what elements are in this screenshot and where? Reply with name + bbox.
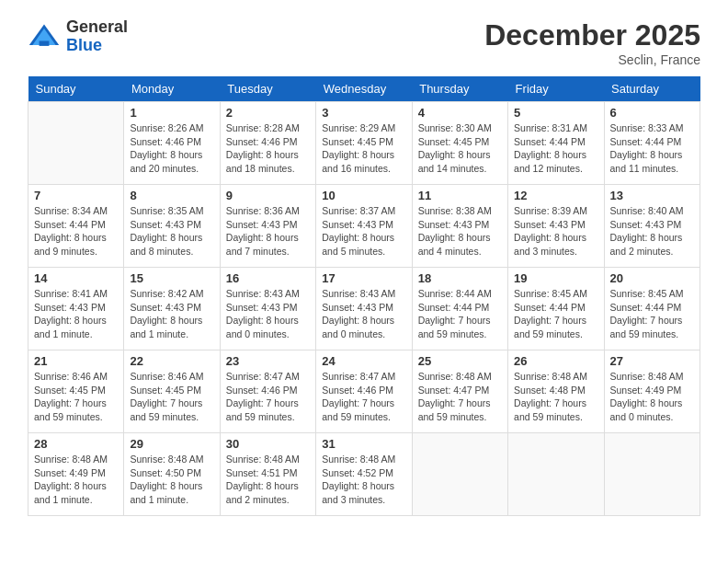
- calendar-cell: 22Sunrise: 8:46 AMSunset: 4:45 PMDayligh…: [124, 350, 220, 433]
- calendar-cell: 10Sunrise: 8:37 AMSunset: 4:43 PMDayligh…: [316, 185, 412, 268]
- calendar-cell: 4Sunrise: 8:30 AMSunset: 4:45 PMDaylight…: [412, 102, 507, 185]
- day-info: Sunrise: 8:41 AMSunset: 4:43 PMDaylight:…: [34, 287, 118, 341]
- day-number: 8: [130, 189, 213, 202]
- calendar-week-5: 28Sunrise: 8:48 AMSunset: 4:49 PMDayligh…: [28, 433, 700, 516]
- day-number: 20: [610, 271, 694, 285]
- logo-general: General: [66, 18, 128, 37]
- day-info: Sunrise: 8:48 AMSunset: 4:49 PMDaylight:…: [34, 453, 118, 507]
- day-number: 28: [34, 437, 118, 451]
- day-number: 14: [34, 271, 118, 285]
- weekday-header-saturday: Saturday: [604, 76, 700, 102]
- calendar-cell: 14Sunrise: 8:41 AMSunset: 4:43 PMDayligh…: [28, 268, 124, 350]
- weekday-header-row: SundayMondayTuesdayWednesdayThursdayFrid…: [28, 76, 700, 102]
- day-number: 2: [226, 106, 310, 120]
- title-block: December 2025 Seclin, France: [484, 18, 700, 67]
- calendar-cell: 29Sunrise: 8:48 AMSunset: 4:50 PMDayligh…: [124, 433, 220, 516]
- calendar-cell: 8Sunrise: 8:35 AMSunset: 4:43 PMDaylight…: [124, 185, 220, 268]
- day-info: Sunrise: 8:47 AMSunset: 4:46 PMDaylight:…: [226, 370, 310, 424]
- day-info: Sunrise: 8:46 AMSunset: 4:45 PMDaylight:…: [130, 370, 213, 424]
- day-number: 21: [34, 354, 118, 368]
- day-info: Sunrise: 8:38 AMSunset: 4:43 PMDaylight:…: [418, 204, 502, 259]
- day-number: 13: [610, 189, 694, 202]
- weekday-header-monday: Monday: [124, 76, 220, 102]
- calendar-cell: 15Sunrise: 8:42 AMSunset: 4:43 PMDayligh…: [124, 268, 220, 350]
- calendar-cell: 3Sunrise: 8:29 AMSunset: 4:45 PMDaylight…: [316, 102, 412, 185]
- day-info: Sunrise: 8:34 AMSunset: 4:44 PMDaylight:…: [34, 204, 118, 259]
- logo-icon: [28, 20, 61, 53]
- calendar-week-2: 7Sunrise: 8:34 AMSunset: 4:44 PMDaylight…: [28, 185, 700, 268]
- calendar-cell: 23Sunrise: 8:47 AMSunset: 4:46 PMDayligh…: [220, 350, 315, 433]
- day-info: Sunrise: 8:43 AMSunset: 4:43 PMDaylight:…: [322, 287, 405, 341]
- day-number: 29: [130, 437, 213, 451]
- day-info: Sunrise: 8:48 AMSunset: 4:49 PMDaylight:…: [610, 370, 694, 424]
- weekday-header-friday: Friday: [508, 76, 604, 102]
- calendar-week-4: 21Sunrise: 8:46 AMSunset: 4:45 PMDayligh…: [28, 350, 700, 433]
- day-info: Sunrise: 8:26 AMSunset: 4:46 PMDaylight:…: [130, 121, 213, 176]
- day-info: Sunrise: 8:30 AMSunset: 4:45 PMDaylight:…: [418, 121, 502, 176]
- calendar-cell: 16Sunrise: 8:43 AMSunset: 4:43 PMDayligh…: [220, 268, 315, 350]
- logo-text: General Blue: [66, 18, 128, 55]
- calendar-cell: 19Sunrise: 8:45 AMSunset: 4:44 PMDayligh…: [508, 268, 604, 350]
- day-number: 17: [322, 271, 405, 285]
- day-number: 11: [418, 189, 502, 202]
- day-info: Sunrise: 8:28 AMSunset: 4:46 PMDaylight:…: [226, 121, 310, 176]
- day-info: Sunrise: 8:44 AMSunset: 4:44 PMDaylight:…: [418, 287, 502, 341]
- calendar-cell: 12Sunrise: 8:39 AMSunset: 4:43 PMDayligh…: [508, 185, 604, 268]
- day-number: 19: [514, 271, 597, 285]
- calendar-cell: 11Sunrise: 8:38 AMSunset: 4:43 PMDayligh…: [412, 185, 507, 268]
- calendar-cell: 28Sunrise: 8:48 AMSunset: 4:49 PMDayligh…: [28, 433, 124, 516]
- day-info: Sunrise: 8:45 AMSunset: 4:44 PMDaylight:…: [514, 287, 597, 341]
- calendar-cell: 5Sunrise: 8:31 AMSunset: 4:44 PMDaylight…: [508, 102, 604, 185]
- day-info: Sunrise: 8:48 AMSunset: 4:47 PMDaylight:…: [418, 370, 502, 424]
- day-number: 18: [418, 271, 502, 285]
- calendar-week-1: 1Sunrise: 8:26 AMSunset: 4:46 PMDaylight…: [28, 102, 700, 185]
- day-number: 26: [514, 354, 597, 368]
- day-number: 12: [514, 189, 597, 202]
- day-number: 10: [322, 189, 405, 202]
- calendar-cell: 21Sunrise: 8:46 AMSunset: 4:45 PMDayligh…: [28, 350, 124, 433]
- calendar-cell: 25Sunrise: 8:48 AMSunset: 4:47 PMDayligh…: [412, 350, 507, 433]
- day-number: 3: [322, 106, 405, 120]
- day-number: 1: [130, 106, 213, 120]
- calendar-cell: 13Sunrise: 8:40 AMSunset: 4:43 PMDayligh…: [604, 185, 700, 268]
- day-info: Sunrise: 8:42 AMSunset: 4:43 PMDaylight:…: [130, 287, 213, 341]
- weekday-header-wednesday: Wednesday: [316, 76, 412, 102]
- svg-rect-2: [40, 40, 50, 45]
- calendar-cell: 2Sunrise: 8:28 AMSunset: 4:46 PMDaylight…: [220, 102, 315, 185]
- day-number: 31: [322, 437, 405, 451]
- day-number: 30: [226, 437, 310, 451]
- calendar-cell: 7Sunrise: 8:34 AMSunset: 4:44 PMDaylight…: [28, 185, 124, 268]
- calendar-cell: 20Sunrise: 8:45 AMSunset: 4:44 PMDayligh…: [604, 268, 700, 350]
- calendar-cell: [604, 433, 700, 516]
- day-number: 7: [34, 189, 118, 202]
- day-info: Sunrise: 8:47 AMSunset: 4:46 PMDaylight:…: [322, 370, 405, 424]
- day-number: 23: [226, 354, 310, 368]
- day-info: Sunrise: 8:39 AMSunset: 4:43 PMDaylight:…: [514, 204, 597, 259]
- day-info: Sunrise: 8:33 AMSunset: 4:44 PMDaylight:…: [610, 121, 694, 176]
- day-info: Sunrise: 8:43 AMSunset: 4:43 PMDaylight:…: [226, 287, 310, 341]
- logo: General Blue: [28, 18, 128, 55]
- day-number: 25: [418, 354, 502, 368]
- weekday-header-tuesday: Tuesday: [220, 76, 315, 102]
- page-header: General Blue December 2025 Seclin, Franc…: [28, 18, 700, 67]
- day-info: Sunrise: 8:48 AMSunset: 4:50 PMDaylight:…: [130, 453, 213, 507]
- day-info: Sunrise: 8:31 AMSunset: 4:44 PMDaylight:…: [514, 121, 597, 176]
- day-number: 4: [418, 106, 502, 120]
- day-number: 15: [130, 271, 213, 285]
- calendar-week-3: 14Sunrise: 8:41 AMSunset: 4:43 PMDayligh…: [28, 268, 700, 350]
- calendar-cell: [28, 102, 124, 185]
- day-number: 27: [610, 354, 694, 368]
- day-info: Sunrise: 8:37 AMSunset: 4:43 PMDaylight:…: [322, 204, 405, 259]
- day-info: Sunrise: 8:48 AMSunset: 4:51 PMDaylight:…: [226, 453, 310, 507]
- logo-blue: Blue: [66, 37, 128, 55]
- calendar-cell: 31Sunrise: 8:48 AMSunset: 4:52 PMDayligh…: [316, 433, 412, 516]
- day-number: 9: [226, 189, 310, 202]
- weekday-header-sunday: Sunday: [28, 76, 124, 102]
- calendar-cell: 24Sunrise: 8:47 AMSunset: 4:46 PMDayligh…: [316, 350, 412, 433]
- month-title: December 2025: [484, 18, 700, 52]
- day-info: Sunrise: 8:35 AMSunset: 4:43 PMDaylight:…: [130, 204, 213, 259]
- day-number: 22: [130, 354, 213, 368]
- calendar-cell: 30Sunrise: 8:48 AMSunset: 4:51 PMDayligh…: [220, 433, 315, 516]
- calendar-cell: 27Sunrise: 8:48 AMSunset: 4:49 PMDayligh…: [604, 350, 700, 433]
- calendar-cell: 1Sunrise: 8:26 AMSunset: 4:46 PMDaylight…: [124, 102, 220, 185]
